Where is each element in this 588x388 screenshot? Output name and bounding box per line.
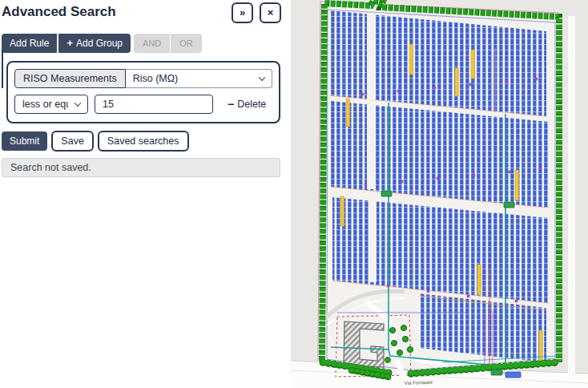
save-button[interactable]: Save (51, 131, 94, 152)
plus-icon: + (66, 37, 73, 49)
double-chevron-right-icon: » (240, 6, 245, 18)
page-title: Advanced Search (2, 2, 225, 20)
add-buttons-group: Add Rule +Add Group (2, 34, 131, 53)
rule-value-input[interactable] (95, 95, 213, 114)
highlighted-string (346, 99, 350, 127)
and-or-group: AND OR (134, 34, 202, 53)
field-select-wrap: Riso (MΩ) (126, 69, 272, 88)
panel-header: Advanced Search » × (0, 0, 291, 23)
inverter-box (504, 202, 514, 208)
rule-field-row: RISO Measurements Riso (MΩ) (14, 69, 272, 88)
add-rule-button[interactable]: Add Rule (2, 34, 57, 53)
highlighted-string (477, 265, 481, 295)
panel-lane (367, 13, 375, 189)
cabin-box (505, 372, 521, 378)
rule-group-box: RISO Measurements Riso (MΩ) less or equa… (6, 61, 280, 123)
collapse-panel-button[interactable]: » (232, 2, 253, 23)
solar-plant-map[interactable]: Via Fornasini (291, 0, 588, 388)
highlighted-string (515, 170, 519, 200)
field-category-button[interactable]: RISO Measurements (14, 69, 126, 88)
field-select[interactable]: Riso (MΩ) (126, 69, 272, 88)
submit-button[interactable]: Submit (2, 131, 47, 151)
road-label: Via Fornasini (405, 380, 433, 386)
close-panel-button[interactable]: × (260, 2, 281, 23)
or-toggle[interactable]: OR (171, 34, 202, 53)
side-road (568, 16, 575, 377)
app-window: Advanced Search » × Add Rule +Add Group … (0, 0, 588, 388)
operator-select-wrap: less or equal (14, 95, 88, 114)
operator-select[interactable]: less or equal (14, 95, 88, 114)
close-icon: × (268, 6, 274, 18)
and-toggle[interactable]: AND (134, 34, 170, 53)
rule-toolbar: Add Rule +Add Group AND OR (2, 34, 291, 53)
highlighted-string (340, 196, 344, 226)
highlighted-string (471, 50, 475, 79)
minus-icon: − (228, 99, 234, 110)
delete-rule-button[interactable]: − Delete (228, 99, 266, 110)
rule-tree-connector (2, 50, 3, 88)
inverter-box (491, 370, 502, 375)
rule-condition-row: less or equal − Delete (14, 95, 272, 114)
inverter-box (381, 191, 392, 196)
advanced-search-panel: Advanced Search » × Add Rule +Add Group … (0, 0, 291, 388)
add-group-button[interactable]: +Add Group (58, 34, 131, 53)
status-message: Search not saved. (2, 158, 280, 177)
highlighted-string (539, 330, 543, 361)
highlighted-string (409, 44, 413, 75)
saved-searches-button[interactable]: Saved searches (98, 131, 189, 152)
panel-lane (369, 199, 377, 282)
highlighted-string (455, 68, 459, 96)
search-actions: Submit Save Saved searches (2, 131, 291, 152)
